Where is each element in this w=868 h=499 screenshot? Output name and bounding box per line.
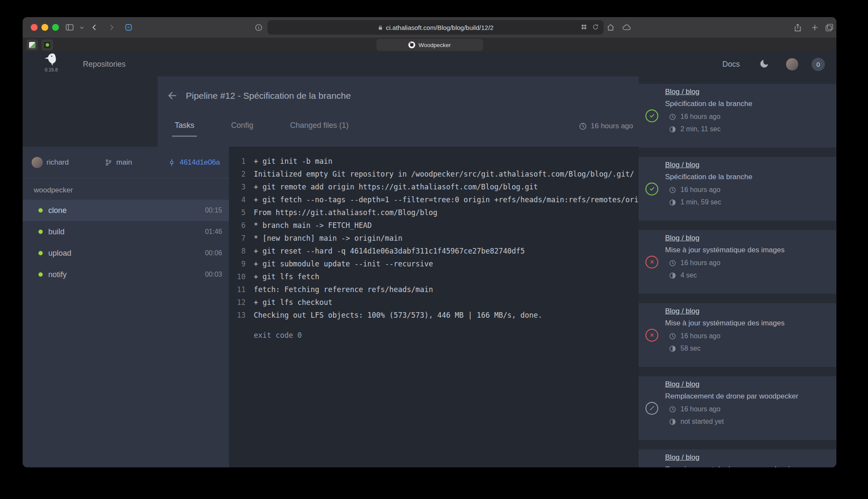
duration-icon [669,126,676,133]
safari-window: ci.athaliasoft.com/Blog/blog/build/12/2 [23,17,836,467]
log-output[interactable]: 1+ git init -b main 2Initialized empty G… [229,147,639,467]
new-tab-icon[interactable] [808,17,821,38]
minimize-window-button[interactable] [41,24,48,31]
log-line: 4+ git fetch --no-tags --depth=1 --filte… [229,193,639,206]
privacy-report-icon[interactable] [252,17,265,38]
status-failure-icon [645,256,658,269]
pipeline-feed-item[interactable]: Blog / blog Remplacement de drone par wo… [639,376,836,440]
nav-docs[interactable]: Docs [722,52,740,77]
reload-icon[interactable] [592,24,599,32]
step-name: build [48,227,65,236]
step-notify[interactable]: notify 00:03 [23,264,229,285]
steps-panel: richard main 4614d1e06a [23,147,229,467]
pinned-tab-1[interactable] [26,39,38,50]
build-message: Spécification de la branche [665,100,832,108]
chevron-down-icon[interactable] [77,17,86,38]
recent-pipelines-sidebar[interactable]: Blog / blog Spécification de la branche … [639,77,836,467]
pipeline-feed-item[interactable]: Blog / blog Spécification de la branche … [639,157,836,221]
log-line: 10+ git lfs fetch [229,270,639,283]
repo-link[interactable]: Blog / blog [665,453,699,462]
pipeline-feed-item[interactable]: Blog / blog Mise à jour systématique des… [639,230,836,294]
build-message: Mise à jour systématique des images [665,246,832,254]
queue-count-badge[interactable]: 0 [812,58,825,71]
app-version: 0.15.8 [38,67,65,72]
log-line: 13Checking out LFS objects: 100% (573/57… [229,309,639,322]
step-status-dot [38,251,43,255]
pinned-tab-favicon [29,42,35,48]
build-duration: not started yet [680,418,724,425]
pipeline-feed-item[interactable]: Blog / blog Spécification de la branche … [639,84,836,148]
log-line: 6* branch main -> FETCH_HEAD [229,219,639,232]
build-duration: 2 min, 11 sec [680,125,721,133]
commit-icon [168,159,176,166]
commit-sha[interactable]: 4614d1e06a [168,158,220,167]
woodpecker-logo[interactable]: 0.15.8 [38,53,65,72]
step-build[interactable]: build 01:46 [23,221,229,242]
active-browser-tab[interactable]: Woodpecker [376,39,483,51]
status-success-icon [645,109,658,122]
back-arrow-icon[interactable] [167,90,179,103]
step-clone[interactable]: clone 00:15 [23,200,229,221]
back-button[interactable] [88,17,101,38]
pipeline-feed-item[interactable]: Blog / blog Mise à jour systématique des… [639,303,836,367]
duration-icon [669,272,676,279]
zoom-window-button[interactable] [52,24,59,31]
pipeline-tabs: Tasks Config Changed files (1) [172,118,351,137]
repo-link[interactable]: Blog / blog [665,161,699,169]
exit-code: exit code 0 [229,329,639,342]
icloud-tabs-icon[interactable] [620,17,633,38]
repo-link[interactable]: Blog / blog [665,380,699,389]
extension-icon[interactable] [122,17,135,38]
tab-tasks[interactable]: Tasks [172,118,197,137]
sidebar-toggle-icon[interactable] [63,17,76,38]
tab-config[interactable]: Config [229,118,256,137]
address-bar[interactable]: ci.athaliasoft.com/Blog/blog/build/12/2 [267,20,604,35]
log-line: 1+ git init -b main [229,155,639,168]
step-duration: 00:03 [205,271,222,278]
commit-meta-row: richard main 4614d1e06a [23,147,229,178]
build-message: Spécification de la branche [665,173,832,181]
step-status-dot [38,208,43,213]
branch-name: main [116,158,132,167]
step-name: clone [48,206,67,215]
log-line: 12+ git lfs checkout [229,296,639,309]
share-icon[interactable] [791,17,804,38]
repo-link[interactable]: Blog / blog [665,88,699,96]
extensions-icon[interactable] [581,24,587,32]
nav-repositories[interactable]: Repositories [83,52,126,77]
step-duration: 00:15 [205,207,222,214]
status-failure-icon [645,329,658,342]
build-time: 16 hours ago [680,332,720,340]
commit-link[interactable]: 4614d1e06a [179,158,220,167]
build-time: 16 hours ago [680,113,720,121]
home-icon[interactable] [604,17,617,38]
pipeline-feed-item[interactable]: Blog / blog Remplacement de drone par wo… [639,449,836,467]
pinned-tab-2[interactable] [41,39,53,50]
build-time: 16 hours ago [680,405,720,413]
clock-icon [669,333,676,340]
close-window-button[interactable] [31,24,38,31]
status-not-started-icon [645,402,658,415]
build-message: Remplacement de drone par woodpecker [665,465,832,467]
repo-link[interactable]: Blog / blog [665,234,699,242]
repo-link[interactable]: Blog / blog [665,307,699,316]
pinned-tab-favicon [44,42,50,48]
step-duration: 00:06 [205,249,222,257]
step-upload[interactable]: upload 00:06 [23,242,229,264]
step-name: upload [48,249,71,258]
desktop-background: ci.athaliasoft.com/Blog/blog/build/12/2 [0,0,868,499]
dark-mode-toggle-icon[interactable] [759,59,769,71]
log-line: 3+ git remote add origin https://git.ath… [229,180,639,193]
clock-icon [669,113,676,121]
woodpecker-favicon [408,41,415,48]
commit-author: richard [32,157,69,168]
author-avatar [32,157,43,168]
user-avatar[interactable] [786,58,799,71]
tab-changed-files[interactable]: Changed files (1) [287,118,351,137]
log-line: 7* [new branch] main -> origin/main [229,232,639,245]
build-time: 16 hours ago [680,259,720,267]
branch-icon [105,159,112,166]
tab-overview-icon[interactable] [822,17,836,38]
log-line: 5From https://git.athaliasoft.com/Blog/b… [229,206,639,219]
forward-button[interactable] [105,17,118,38]
